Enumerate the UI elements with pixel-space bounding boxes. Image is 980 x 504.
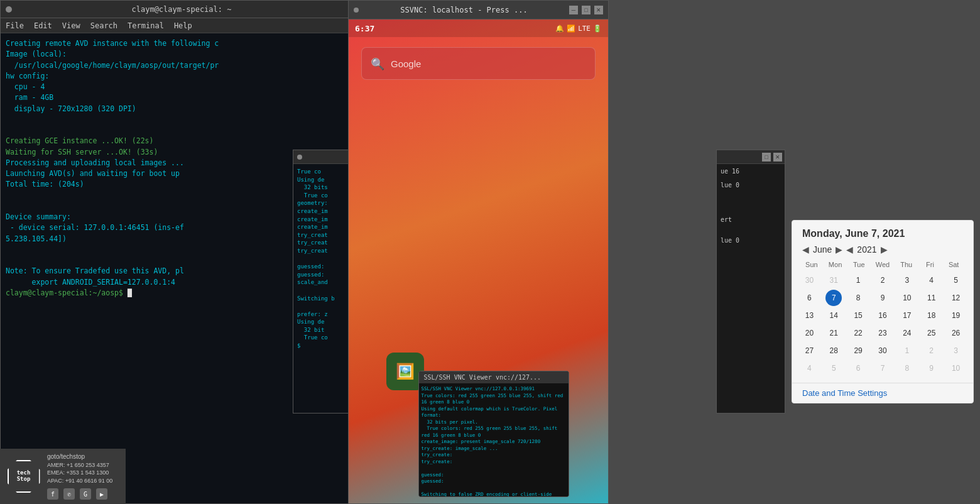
menu-view[interactable]: View	[62, 21, 80, 30]
cal-day[interactable]: 28	[825, 342, 842, 359]
day-header-sun: Sun	[800, 260, 824, 270]
cal-day-today[interactable]: 7	[825, 290, 842, 306]
ssvnc-titlebar: SSVNC: localhost - Press ... ─ □ ✕	[349, 1, 608, 19]
terminal-line-8: Creating GCE instance ...OK! (22s)	[6, 136, 346, 146]
day-header-sat: Sat	[942, 260, 966, 270]
cal-day[interactable]: 11	[923, 290, 940, 306]
cal-day[interactable]: 1	[850, 272, 866, 288]
cal-day[interactable]: 5	[825, 360, 842, 376]
calendar-week-2: 6 7 8 9 10 11 12	[797, 290, 968, 306]
cal-day[interactable]: 2	[874, 272, 891, 288]
terminal-title: claym@claym-special: ~	[17, 5, 346, 14]
social-icon-4[interactable]: ▶	[96, 488, 107, 500]
social-icon-2[interactable]: ✆	[63, 488, 75, 500]
menu-terminal[interactable]: Terminal	[128, 21, 164, 30]
status-icons: 🔔 📶 LTE 🔋	[555, 25, 602, 33]
rw-close-btn[interactable]: ✕	[773, 153, 782, 162]
cal-day[interactable]: 22	[850, 325, 866, 341]
cal-day[interactable]: 18	[923, 307, 940, 324]
cal-day[interactable]: 3	[899, 272, 915, 288]
month-next-btn[interactable]: ▶	[836, 244, 842, 255]
cal-day[interactable]: 23	[874, 325, 891, 341]
cal-day[interactable]: 4	[801, 360, 817, 376]
ssvnc-window: SSVNC: localhost - Press ... ─ □ ✕ 6:37 …	[348, 0, 609, 504]
cal-day[interactable]: 14	[825, 307, 842, 324]
cal-day[interactable]: 8	[850, 290, 866, 306]
menu-search[interactable]: Search	[90, 21, 117, 30]
cal-day[interactable]: 6	[801, 290, 817, 306]
cal-day[interactable]: 5	[948, 272, 964, 288]
day-header-tue: Tue	[847, 260, 871, 270]
cal-day[interactable]: 31	[825, 272, 842, 288]
cal-day[interactable]: 17	[899, 307, 915, 324]
ssvnc-maximize-btn[interactable]: □	[582, 6, 591, 14]
cal-day[interactable]: 19	[948, 307, 964, 324]
status-info-icon: 🔔	[555, 25, 564, 33]
cal-day[interactable]: 26	[948, 325, 964, 341]
menu-edit[interactable]: Edit	[34, 21, 52, 30]
cal-day[interactable]: 25	[923, 325, 940, 341]
cal-day[interactable]: 10	[948, 360, 964, 376]
rw-maximize-btn[interactable]: □	[762, 153, 771, 162]
calendar-week-4: 20 21 22 23 24 25 26	[797, 325, 968, 341]
terminal-line-4: hw config:	[6, 71, 346, 82]
android-search-icon: 🔍	[371, 57, 384, 70]
right-win-content: ue 16 lue 0 ert lue 0	[717, 164, 785, 413]
terminal-line-6: ram - 4GB	[6, 92, 346, 103]
calendar-footer[interactable]: Date and Time Settings	[792, 383, 973, 403]
cal-day[interactable]: 1	[899, 342, 915, 359]
rw-blank1	[721, 175, 781, 182]
cal-day[interactable]: 12	[948, 290, 964, 306]
social-icon-3[interactable]: G	[80, 488, 91, 500]
social-icon-1[interactable]: f	[47, 488, 58, 500]
cal-day[interactable]: 30	[801, 272, 817, 288]
techstop-contact: AMER: +1 650 253 4357 EMEA: +353 1 543 1…	[47, 461, 112, 485]
android-screen: 6:37 🔔 📶 LTE 🔋 🔍 Google 🖼️ 📞 SSL/SSH VNC…	[349, 19, 608, 503]
techstop-logo: tech Stop goto/techstop AMER: +1 650 253…	[0, 449, 126, 504]
cal-day[interactable]: 20	[801, 325, 817, 341]
day-header-mon: Mon	[824, 260, 847, 270]
cal-day[interactable]: 9	[874, 290, 891, 306]
techstop-octagon: tech Stop	[6, 459, 41, 494]
day-header-thu: Thu	[895, 260, 918, 270]
mini-dot	[297, 155, 302, 160]
year-next-btn[interactable]: ▶	[881, 244, 888, 255]
month-prev-btn[interactable]: ◀	[802, 244, 809, 255]
cal-day[interactable]: 3	[948, 342, 964, 359]
status-signal-icon: 📶	[567, 25, 575, 33]
ssvnc-close-btn[interactable]: ✕	[594, 6, 603, 14]
cal-day[interactable]: 6	[850, 360, 866, 376]
android-search-bar[interactable]: 🔍 Google	[361, 47, 596, 80]
cal-day[interactable]: 27	[801, 342, 817, 359]
menu-help[interactable]: Help	[174, 21, 192, 30]
cal-day[interactable]: 10	[899, 290, 915, 306]
cal-day[interactable]: 24	[899, 325, 915, 341]
cal-day[interactable]: 4	[923, 272, 940, 288]
cal-day[interactable]: 16	[874, 307, 891, 324]
cal-day[interactable]: 7	[874, 360, 891, 376]
cal-day[interactable]: 9	[923, 360, 940, 376]
cal-day[interactable]: 13	[801, 307, 817, 324]
ssvnc-title: SSVNC: localhost - Press ...	[362, 6, 565, 14]
cal-day[interactable]: 15	[850, 307, 866, 324]
calendar-nav: ◀ June ▶ ◀ 2021 ▶	[802, 244, 963, 255]
techstop-badge-text: tech Stop	[17, 470, 31, 483]
day-header-wed: Wed	[871, 260, 895, 270]
right-win-titlebar: □ ✕	[717, 150, 785, 164]
cal-day[interactable]: 29	[850, 342, 866, 359]
android-time: 6:37	[355, 24, 374, 33]
terminal-titlebar: claym@claym-special: ~	[1, 1, 351, 18]
techstop-badge-line2: Stop	[17, 476, 31, 483]
cal-day[interactable]: 2	[923, 342, 940, 359]
terminal-line-2: Image (local):	[6, 49, 346, 60]
calendar-week-1: 30 31 1 2 3 4 5	[797, 272, 968, 288]
year-prev-btn[interactable]: ◀	[846, 244, 853, 255]
menu-file[interactable]: File	[6, 21, 24, 30]
ssvnc-minimize-btn[interactable]: ─	[569, 6, 578, 14]
rw-line-1: ue 16	[721, 168, 781, 175]
techstop-info: goto/techstop AMER: +1 650 253 4357 EMEA…	[47, 453, 112, 500]
cal-day[interactable]: 30	[874, 342, 891, 359]
cal-day[interactable]: 8	[899, 360, 915, 376]
vnc-popup-content: SSL/SSH VNC Viewer vnc://127.0.0.1:39691…	[419, 383, 569, 496]
cal-day[interactable]: 21	[825, 325, 842, 341]
